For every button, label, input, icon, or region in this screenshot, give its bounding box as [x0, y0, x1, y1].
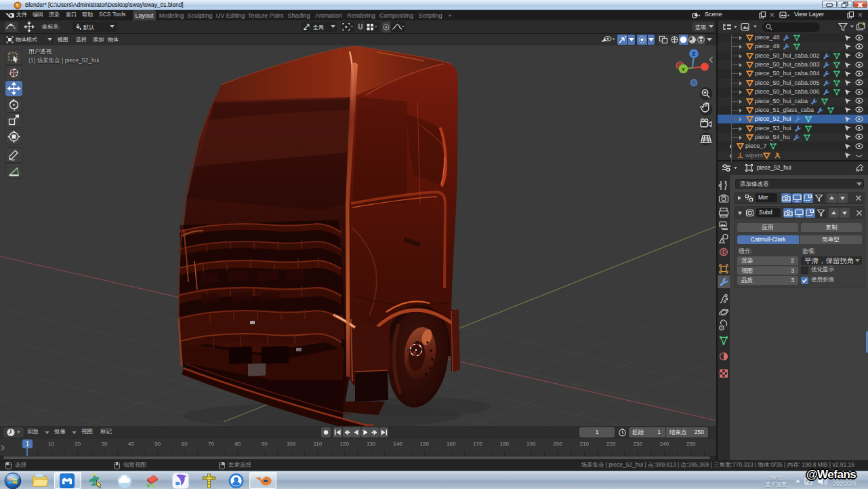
- svg-text:Y: Y: [682, 66, 686, 73]
- svg-text:Z: Z: [693, 51, 696, 57]
